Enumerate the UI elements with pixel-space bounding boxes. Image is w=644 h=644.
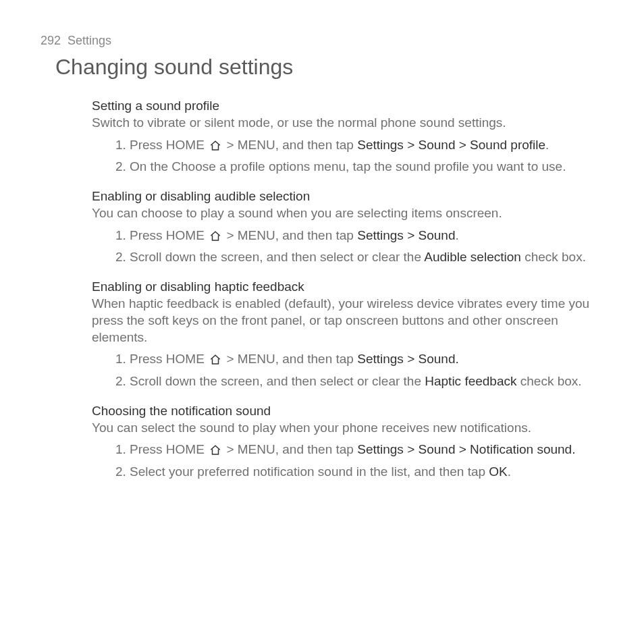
- text: check box.: [521, 250, 586, 264]
- list-item: Press HOME > MENU, and then tap Settings…: [130, 227, 603, 244]
- steps-list: Press HOME > MENU, and then tap Settings…: [111, 137, 603, 176]
- list-item: Scroll down the screen, and then select …: [130, 249, 603, 266]
- text: Press HOME: [130, 228, 208, 242]
- intro-text: You can select the sound to play when yo…: [92, 420, 603, 437]
- text: Scroll down the screen, and then select …: [130, 250, 424, 264]
- section-notification-sound: Choosing the notification sound You can …: [92, 404, 603, 481]
- menu-path: Settings > Sound: [357, 228, 455, 242]
- list-item: Press HOME > MENU, and then tap Settings…: [130, 137, 603, 154]
- page-number: 292: [41, 34, 61, 47]
- steps-list: Press HOME > MENU, and then tap Settings…: [111, 441, 603, 480]
- list-item: Select your preferred notification sound…: [130, 464, 603, 481]
- text: Select your preferred notification sound…: [130, 464, 489, 479]
- text: Press HOME: [130, 352, 208, 366]
- subheading: Setting a sound profile: [92, 99, 603, 113]
- option-name: Haptic feedback: [425, 374, 516, 388]
- text: > MENU, and then tap: [223, 352, 357, 366]
- text: > MENU, and then tap: [223, 138, 357, 152]
- menu-path: Settings > Sound.: [357, 352, 459, 366]
- text: Press HOME: [130, 442, 208, 456]
- list-item: Press HOME > MENU, and then tap Settings…: [130, 441, 603, 458]
- text: > MENU, and then tap: [223, 442, 357, 456]
- intro-text: Switch to vibrate or silent mode, or use…: [92, 115, 603, 132]
- list-item: Scroll down the screen, and then select …: [130, 373, 603, 390]
- home-icon: [209, 140, 221, 152]
- page-header: 292 Settings: [41, 34, 603, 48]
- page-title: Changing sound settings: [55, 55, 603, 80]
- option-name: Audible selection: [424, 250, 521, 264]
- manual-page: 292 Settings Changing sound settings Set…: [0, 0, 644, 521]
- text: Press HOME: [130, 138, 208, 152]
- list-item: Press HOME > MENU, and then tap Settings…: [130, 351, 603, 368]
- text: check box.: [517, 374, 582, 388]
- home-icon: [209, 230, 221, 242]
- steps-list: Press HOME > MENU, and then tap Settings…: [111, 227, 603, 266]
- menu-path: Settings > Sound > Notification sound.: [357, 442, 575, 456]
- home-icon: [209, 444, 221, 456]
- subheading: Choosing the notification sound: [92, 404, 603, 419]
- home-icon: [209, 354, 221, 366]
- section-name: Settings: [68, 34, 111, 47]
- menu-path: Settings > Sound > Sound profile: [357, 138, 545, 152]
- text: Scroll down the screen, and then select …: [130, 374, 425, 388]
- section-audible-selection: Enabling or disabling audible selection …: [92, 189, 603, 266]
- subheading: Enabling or disabling audible selection: [92, 189, 603, 204]
- text: .: [508, 464, 511, 479]
- intro-text: When haptic feedback is enabled (default…: [92, 296, 603, 346]
- steps-list: Press HOME > MENU, and then tap Settings…: [111, 351, 603, 390]
- subheading: Enabling or disabling haptic feedback: [92, 279, 603, 294]
- text: .: [455, 228, 458, 242]
- text: .: [545, 138, 549, 152]
- list-item: On the Choose a profile options menu, ta…: [130, 159, 603, 176]
- section-haptic-feedback: Enabling or disabling haptic feedback Wh…: [92, 279, 603, 390]
- option-name: OK: [489, 464, 507, 479]
- text: > MENU, and then tap: [223, 228, 357, 242]
- section-sound-profile: Setting a sound profile Switch to vibrat…: [92, 99, 603, 176]
- intro-text: You can choose to play a sound when you …: [92, 205, 603, 222]
